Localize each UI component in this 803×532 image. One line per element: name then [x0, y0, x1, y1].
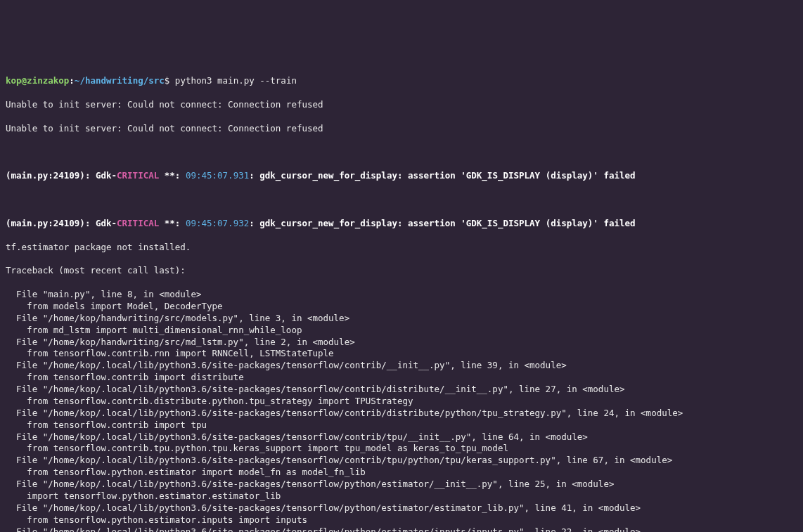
gdk-timestamp: 09:45:07.932	[186, 218, 249, 228]
traceback-line: from models import Model, DecoderType	[6, 301, 797, 313]
traceback-line: File "/home/kop/.local/lib/python3.6/sit…	[6, 384, 797, 396]
traceback-line: import tensorflow.python.estimator.estim…	[6, 491, 797, 502]
traceback-line: File "/home/kop/.local/lib/python3.6/sit…	[6, 455, 797, 467]
traceback-line: from tensorflow.python.estimator import …	[6, 467, 797, 479]
output-line: Unable to init server: Could not connect…	[6, 123, 797, 135]
gdk-rest: : gdk_cursor_new_for_display: assertion …	[249, 170, 635, 181]
gdk-critical-label: CRITICAL	[117, 170, 159, 181]
traceback-line: File "main.py", line 8, in <module>	[6, 289, 797, 301]
gdk-critical-line: (main.py:24109): Gdk-CRITICAL **: 09:45:…	[6, 218, 797, 230]
prompt-colon: :	[69, 75, 75, 86]
prompt-path: ~/handwriting/src	[75, 75, 165, 86]
traceback-line: from md_lstm import multi_dimensional_rn…	[6, 325, 797, 337]
traceback-line: File "/home/kop/.local/lib/python3.6/sit…	[6, 408, 797, 420]
output-line: Unable to init server: Could not connect…	[6, 99, 797, 111]
traceback-line: File "/home/kop/.local/lib/python3.6/sit…	[6, 479, 797, 491]
gdk-rest: : gdk_cursor_new_for_display: assertion …	[249, 218, 635, 228]
gdk-stars: **:	[159, 218, 186, 228]
gdk-critical-label: CRITICAL	[117, 218, 159, 228]
blank-line	[6, 147, 797, 159]
prompt-at: @	[22, 75, 27, 86]
traceback-line: File "/home/kop/handwriting/src/models.p…	[6, 313, 797, 325]
traceback-line: File "/home/kop/.local/lib/python3.6/sit…	[6, 432, 797, 443]
traceback-line: File "/home/kop/.local/lib/python3.6/sit…	[6, 526, 797, 533]
shell-prompt-line: kop@zinzakop:~/handwriting/src$ python3 …	[6, 75, 797, 87]
gdk-timestamp: 09:45:07.931	[186, 170, 249, 181]
terminal-output[interactable]: kop@zinzakop:~/handwriting/src$ python3 …	[6, 52, 797, 533]
traceback-line: from tensorflow.contrib import distribut…	[6, 372, 797, 384]
traceback-line: File "/home/kop/.local/lib/python3.6/sit…	[6, 502, 797, 514]
gdk-stars: **:	[159, 170, 186, 181]
prompt-user: kop	[6, 75, 22, 86]
prompt-host: zinzakop	[27, 75, 69, 86]
prompt-dollar: $	[165, 75, 175, 86]
traceback-line: File "/home/kop/handwriting/src/md_lstm.…	[6, 337, 797, 349]
traceback-line: from tensorflow.python.estimator.inputs …	[6, 514, 797, 526]
traceback-line: from tensorflow.contrib.rnn import RNNCe…	[6, 348, 797, 360]
gdk-critical-line: (main.py:24109): Gdk-CRITICAL **: 09:45:…	[6, 170, 797, 182]
traceback-line: File "/home/kop/.local/lib/python3.6/sit…	[6, 360, 797, 372]
traceback-header: Traceback (most recent call last):	[6, 265, 797, 277]
gdk-prefix: (main.py:24109): Gdk-	[6, 170, 117, 181]
traceback-line: from tensorflow.contrib import tpu	[6, 420, 797, 432]
blank-line	[6, 194, 797, 206]
gdk-prefix: (main.py:24109): Gdk-	[6, 218, 117, 228]
command-text: python3 main.py --train	[175, 75, 297, 86]
traceback-line: from tensorflow.contrib.distribute.pytho…	[6, 396, 797, 408]
traceback-line: from tensorflow.contrib.tpu.python.tpu.k…	[6, 443, 797, 455]
output-line: tf.estimator package not installed.	[6, 242, 797, 254]
